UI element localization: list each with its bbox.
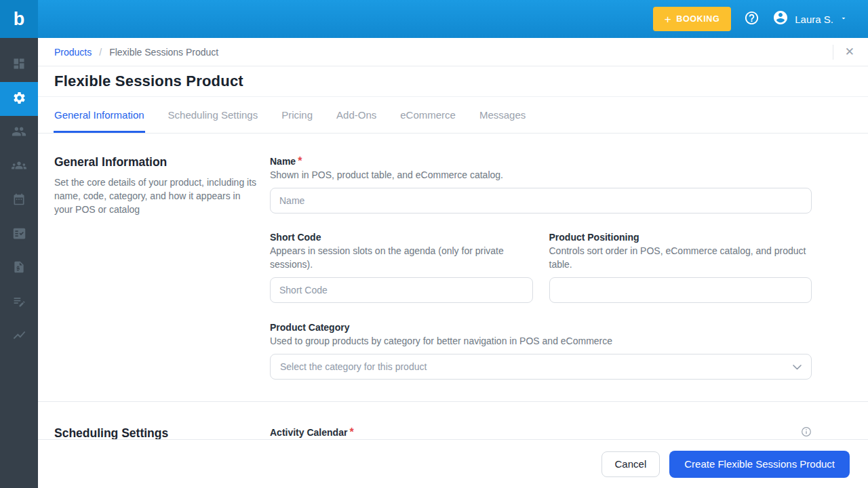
activity-calendar-label: Activity Calendar — [270, 427, 347, 438]
product-category-help-text: Used to group products by category for b… — [270, 334, 812, 348]
create-product-button[interactable]: Create Flexible Sessions Product — [669, 451, 850, 478]
invoice-icon — [12, 260, 26, 277]
sidebar-item-dashboard[interactable] — [0, 48, 38, 82]
chevron-down-icon — [793, 361, 802, 373]
breadcrumb-current-page: Flexible Sessions Product — [109, 47, 218, 58]
new-booking-label: BOOKING — [676, 14, 719, 24]
help-icon — [744, 10, 760, 28]
code-positioning-row: Short Code Appears in session slots on t… — [270, 231, 812, 303]
breadcrumb-divider — [833, 45, 833, 60]
sidebar-item-reports[interactable] — [0, 319, 38, 353]
close-button[interactable]: ✕ — [845, 46, 854, 58]
topbar-actions: + BOOKING Laura S. — [653, 7, 868, 31]
scheduling-settings-fields: Activity Calendar* — [270, 426, 812, 439]
tab-add-ons[interactable]: Add-Ons — [336, 97, 376, 133]
sidebar-item-groups[interactable] — [0, 150, 38, 184]
product-positioning-input[interactable] — [549, 277, 812, 303]
section-description-general: Set the core details of your product, in… — [54, 176, 258, 216]
product-category-label: Product Category — [270, 322, 349, 333]
tab-messages[interactable]: Messages — [479, 97, 526, 133]
title-bar: Flexible Sessions Product — [38, 66, 868, 97]
trend-chart-icon — [12, 328, 26, 345]
footer-action-bar: Cancel Create Flexible Sessions Product — [38, 439, 868, 488]
activity-calendar-label-row: Activity Calendar* — [270, 426, 812, 439]
breadcrumb-separator: / — [99, 47, 102, 58]
settings-gear-icon — [12, 91, 26, 108]
short-code-input[interactable] — [270, 277, 533, 303]
chevron-down-icon — [840, 13, 848, 25]
page-title: Flexible Sessions Product — [54, 73, 243, 90]
name-help-text: Shown in POS, product table, and eCommer… — [270, 168, 812, 182]
app-window: b + BOOKING Laura S. — [0, 0, 868, 488]
tab-scheduling-settings[interactable]: Scheduling Settings — [168, 97, 258, 133]
sidebar-item-invoices[interactable] — [0, 251, 38, 285]
dashboard-icon — [12, 57, 26, 73]
user-name: Laura S. — [795, 14, 833, 25]
group-icon — [12, 158, 26, 176]
sidebar-item-settings[interactable] — [0, 82, 38, 116]
product-positioning-label: Product Positioning — [549, 232, 639, 243]
app-logo[interactable]: b — [0, 0, 38, 38]
section-heading-scheduling: Scheduling Settings — [54, 426, 258, 439]
product-positioning-help-text: Controls sort order in POS, eCommerce ca… — [549, 244, 812, 271]
name-field-group: Name* Shown in POS, product table, and e… — [270, 155, 812, 214]
tab-general-information[interactable]: General Information — [54, 97, 144, 133]
activity-calendar-field-group: Activity Calendar* — [270, 426, 812, 439]
sidebar-item-customers[interactable] — [0, 116, 38, 150]
plus-icon: + — [665, 14, 672, 25]
info-icon[interactable] — [801, 426, 812, 437]
avatar — [772, 9, 789, 28]
main-panel: Products / Flexible Sessions Product ✕ F… — [38, 38, 868, 488]
users-icon — [12, 124, 26, 142]
scheduling-settings-intro: Scheduling Settings — [54, 426, 258, 439]
general-information-intro: General Information Set the core details… — [54, 155, 258, 380]
sidebar-item-calendar[interactable] — [0, 184, 38, 218]
tab-pricing[interactable]: Pricing — [281, 97, 313, 133]
app-logo-glyph: b — [14, 9, 25, 30]
calendar-icon — [12, 192, 26, 209]
scheduling-settings-section: Scheduling Settings Activity Calendar* — [38, 402, 868, 439]
short-code-help-text: Appears in session slots on the agenda (… — [270, 244, 533, 271]
user-menu[interactable]: Laura S. — [772, 9, 848, 28]
sidebar-nav — [0, 38, 38, 488]
checklist-icon — [12, 226, 26, 243]
new-booking-button[interactable]: + BOOKING — [653, 7, 731, 31]
sidebar-item-notes[interactable] — [0, 285, 38, 319]
body-row: Products / Flexible Sessions Product ✕ F… — [0, 38, 868, 488]
tab-ecommerce[interactable]: eCommerce — [400, 97, 456, 133]
tabs-bar: General Information Scheduling Settings … — [38, 97, 868, 134]
note-edit-icon — [12, 294, 26, 311]
help-button[interactable] — [744, 10, 760, 28]
form-scroll-area[interactable]: General Information Set the core details… — [38, 134, 868, 439]
product-category-field-group: Product Category Used to group products … — [270, 321, 812, 380]
required-asterisk: * — [298, 155, 302, 167]
short-code-label: Short Code — [270, 232, 321, 243]
section-heading-general: General Information — [54, 155, 258, 169]
close-icon: ✕ — [845, 45, 854, 58]
general-information-fields: Name* Shown in POS, product table, and e… — [270, 155, 812, 380]
product-category-select[interactable]: Select the category for this product — [270, 354, 812, 380]
cancel-button[interactable]: Cancel — [601, 451, 660, 477]
breadcrumb-link-products[interactable]: Products — [54, 47, 92, 58]
general-information-section: General Information Set the core details… — [38, 134, 868, 380]
short-code-field-group: Short Code Appears in session slots on t… — [270, 231, 533, 303]
product-positioning-field-group: Product Positioning Controls sort order … — [549, 231, 812, 303]
breadcrumb: Products / Flexible Sessions Product ✕ — [38, 38, 868, 66]
sidebar-item-checklist[interactable] — [0, 218, 38, 251]
product-category-select-placeholder: Select the category for this product — [280, 361, 427, 372]
name-label: Name — [270, 156, 296, 167]
required-asterisk: * — [349, 426, 353, 438]
top-bar: b + BOOKING Laura S. — [0, 0, 868, 38]
name-input[interactable] — [270, 188, 812, 214]
